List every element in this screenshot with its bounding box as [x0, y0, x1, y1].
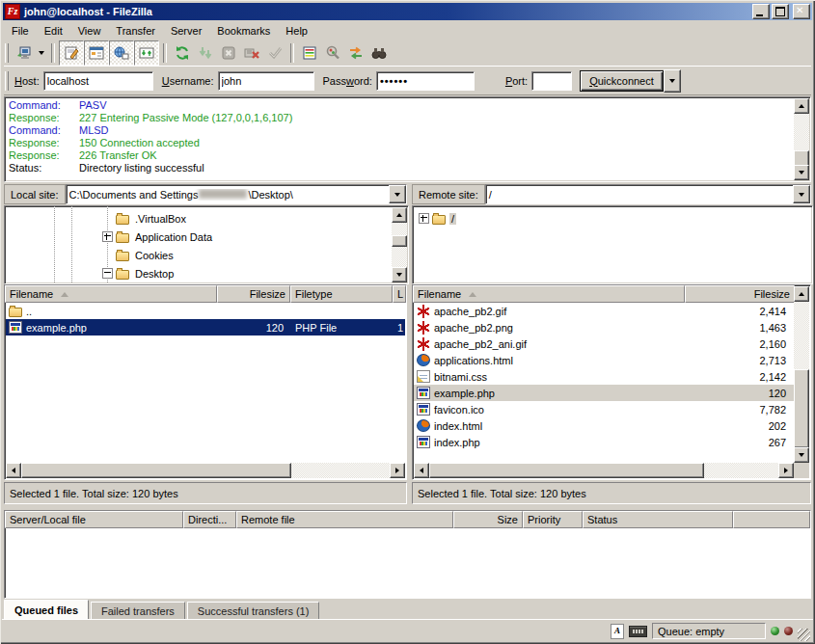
column-header-lastmodified[interactable]: L	[393, 285, 406, 303]
queue-tab[interactable]: Queued files	[4, 600, 89, 619]
username-input[interactable]	[218, 71, 314, 91]
remote-site-combobox[interactable]: /	[485, 184, 811, 204]
local-site-path: C:\Documents and Settings\Desktop\	[69, 189, 293, 201]
folder-icon	[116, 270, 129, 280]
file-row[interactable]: example.php 120 PHP File 1	[6, 319, 405, 335]
local-tree-scrollbar[interactable]	[392, 207, 407, 282]
menu-item[interactable]: Bookmarks	[209, 23, 278, 39]
apply-check-button[interactable]	[263, 41, 286, 65]
toggle-remote-tree-button[interactable]	[109, 40, 134, 66]
site-manager-dropdown[interactable]	[36, 42, 47, 64]
column-header-remote-file[interactable]: Remote file	[236, 511, 453, 528]
file-row[interactable]: index.html 202	[414, 417, 794, 434]
scrollbar-thumb[interactable]	[392, 235, 407, 247]
file-row[interactable]: index.php 267	[414, 434, 794, 450]
scroll-left-button[interactable]	[414, 463, 429, 478]
scroll-right-button[interactable]	[390, 463, 405, 478]
toggle-transfer-queue-button[interactable]	[134, 40, 159, 66]
resize-grip-icon[interactable]	[798, 629, 810, 641]
column-header-status[interactable]: Status	[583, 511, 733, 528]
column-header-filesize[interactable]: Filesize	[685, 285, 795, 303]
scroll-down-button[interactable]	[794, 447, 809, 463]
toggle-local-tree-button[interactable]	[84, 40, 109, 66]
scroll-down-button[interactable]	[794, 165, 809, 180]
column-header-server-local-file[interactable]: Server/Local file	[5, 511, 183, 528]
tree-item[interactable]: /	[419, 209, 810, 228]
tree-item[interactable]: .VirtualBox	[102, 209, 391, 228]
tree-expander[interactable]	[102, 231, 113, 242]
scroll-up-button[interactable]	[794, 286, 809, 302]
scroll-up-button[interactable]	[392, 207, 407, 223]
local-site-dropdown[interactable]	[389, 185, 406, 203]
remote-site-dropdown[interactable]	[793, 185, 810, 203]
menu-item[interactable]: Edit	[37, 23, 70, 39]
file-type-icon	[417, 321, 430, 335]
disconnect-button[interactable]	[240, 41, 263, 65]
password-input[interactable]	[376, 71, 475, 91]
local-list-hscrollbar[interactable]	[6, 463, 405, 478]
maximize-icon	[775, 7, 785, 16]
file-type-icon	[9, 308, 22, 317]
tree-item[interactable]: Cookies	[102, 246, 391, 264]
site-manager-button[interactable]	[13, 41, 36, 65]
column-header-size[interactable]: Size	[453, 511, 523, 528]
menu-item[interactable]: Help	[278, 23, 315, 39]
minimize-button[interactable]	[752, 4, 770, 19]
column-header-filesize[interactable]: Filesize	[217, 285, 290, 303]
scroll-right-button[interactable]	[778, 463, 794, 478]
scroll-down-button[interactable]	[392, 267, 407, 282]
file-row[interactable]: apache_pb2.png 1,463	[414, 319, 794, 335]
local-site-combobox[interactable]: C:\Documents and Settings\Desktop\	[66, 184, 407, 204]
filter-button[interactable]	[298, 41, 321, 65]
tree-item[interactable]: Application Data	[102, 228, 391, 246]
queue-tab[interactable]: Successful transfers (1)	[187, 602, 320, 619]
speed-limit-icon[interactable]	[629, 626, 647, 637]
queue-tab[interactable]: Failed transfers	[91, 602, 185, 619]
scrollbar-thumb[interactable]	[21, 463, 291, 478]
log-scrollbar[interactable]	[794, 98, 809, 180]
file-row[interactable]: ..	[6, 303, 405, 319]
remote-list-vscrollbar[interactable]	[794, 286, 809, 463]
file-row[interactable]: example.php 120	[414, 385, 794, 401]
column-header-filetype[interactable]: Filetype	[290, 285, 393, 303]
host-input[interactable]	[43, 71, 153, 91]
column-header-filename[interactable]: Filename	[5, 285, 217, 303]
process-queue-button[interactable]	[194, 41, 217, 65]
tree-expander[interactable]	[419, 213, 429, 224]
remote-list-hscrollbar[interactable]	[414, 463, 794, 478]
quickconnect-button[interactable]: Quickconnect	[580, 70, 664, 92]
tree-expander[interactable]	[102, 268, 113, 279]
file-row[interactable]: apache_pb2_ani.gif 2,160	[414, 335, 794, 352]
find-files-button[interactable]	[367, 41, 391, 65]
toggle-message-log-button[interactable]	[59, 40, 84, 66]
menu-item[interactable]: Server	[163, 23, 209, 39]
column-header-direction[interactable]: Directi...	[183, 511, 236, 528]
scroll-up-button[interactable]	[794, 98, 809, 114]
directory-comparison-button[interactable]	[321, 41, 344, 65]
column-header-filename[interactable]: Filename	[413, 285, 685, 303]
menu-item[interactable]: File	[4, 23, 37, 39]
scroll-left-button[interactable]	[6, 463, 21, 478]
title-bar[interactable]: Fz john@localhost - FileZilla ✕	[3, 3, 812, 20]
scrollbar-thumb[interactable]	[429, 463, 704, 478]
synchronized-browsing-button[interactable]	[344, 41, 367, 65]
close-button[interactable]: ✕	[793, 4, 810, 19]
file-row[interactable]: apache_pb2.gif 2,414	[414, 303, 794, 319]
scrollbar-thumb[interactable]	[794, 369, 809, 448]
column-header-priority[interactable]: Priority	[523, 511, 583, 528]
file-row[interactable]: favicon.ico 7,782	[414, 401, 794, 417]
menu-item[interactable]: View	[70, 23, 109, 39]
transfer-queue-icon	[138, 44, 155, 62]
cancel-operation-button[interactable]	[217, 41, 240, 65]
port-input[interactable]	[531, 71, 572, 91]
file-type-icon	[417, 419, 430, 432]
remote-tree-icon	[113, 44, 130, 62]
tree-item[interactable]: Desktop	[102, 264, 391, 282]
menu-item[interactable]: Transfer	[108, 23, 163, 39]
file-row[interactable]: applications.html 2,713	[414, 352, 794, 368]
maximize-button[interactable]	[772, 4, 789, 19]
quickconnect-dropdown[interactable]	[664, 69, 681, 93]
sync-browsing-icon	[347, 44, 365, 62]
refresh-button[interactable]	[171, 41, 194, 65]
file-row[interactable]: bitnami.css 2,142	[414, 368, 794, 385]
